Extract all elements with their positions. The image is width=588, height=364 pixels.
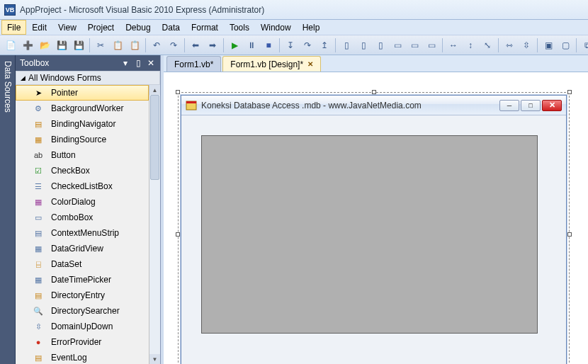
resize-handle[interactable]	[567, 90, 572, 94]
save-icon[interactable]: 💾	[54, 38, 69, 53]
toolbox-item-domainupdown[interactable]: ⇳DomainUpDown	[16, 319, 149, 334]
toolbox-item-datagridview[interactable]: ▦DataGridView	[16, 241, 149, 256]
toolbox-pin-icon[interactable]: ▯	[133, 58, 143, 68]
toolbox-item-datetimepicker[interactable]: ▦DateTimePicker	[16, 272, 149, 288]
domainupdown-icon: ⇳	[33, 321, 44, 332]
menu-help[interactable]: Help	[297, 20, 326, 35]
size-width-icon[interactable]: ↔	[446, 38, 461, 53]
document-tabs: Form1.vb*Form1.vb [Design]*✕	[164, 55, 588, 72]
align-left-icon[interactable]: ▯	[339, 38, 354, 53]
menu-file[interactable]: File	[1, 20, 26, 35]
toolbox-item-button[interactable]: abButton	[16, 147, 149, 163]
step-into-icon[interactable]: ↧	[283, 38, 298, 53]
toolbox-item-contextmenustrip[interactable]: ▤ContextMenuStrip	[16, 225, 149, 241]
toolbox-item-combobox[interactable]: ▭ComboBox	[16, 210, 149, 225]
scroll-down-icon[interactable]: ▼	[149, 354, 160, 364]
align-bot-icon[interactable]: ▭	[424, 38, 439, 53]
close-button[interactable]: ✕	[542, 100, 562, 111]
new-project-icon[interactable]: 📄	[3, 38, 18, 53]
toolbox-item-directoryentry[interactable]: ▤DirectoryEntry	[16, 288, 149, 303]
add-item-icon[interactable]: ➕	[20, 38, 35, 53]
toolbox-dropdown-icon[interactable]: ▾	[120, 58, 130, 68]
nav-fwd-icon[interactable]: ➡	[205, 38, 220, 53]
toolbox-item-pointer[interactable]: ➤Pointer	[16, 85, 149, 101]
form-window[interactable]: Koneksi Database Access .mdb - www.JavaN…	[181, 95, 567, 364]
vspace-icon[interactable]: ⇳	[519, 38, 534, 53]
toolbox-item-backgroundworker[interactable]: ⚙BackgroundWorker	[16, 101, 149, 116]
tab-close-icon[interactable]: ✕	[307, 60, 313, 68]
menu-window[interactable]: Window	[255, 20, 297, 35]
form-icon	[186, 100, 197, 111]
button-icon: ab	[33, 149, 44, 161]
toolbox-item-eventlog[interactable]: ▤EventLog	[16, 350, 149, 364]
toolbox-item-directorysearcher[interactable]: 🔍DirectorySearcher	[16, 303, 149, 319]
send-back-icon[interactable]: ▢	[558, 38, 573, 53]
toolbox-item-label: ComboBox	[51, 212, 93, 222]
toolbox-item-bindingsource[interactable]: ▦BindingSource	[16, 132, 149, 147]
menu-data[interactable]: Data	[157, 20, 186, 35]
size-height-icon[interactable]: ↕	[463, 38, 478, 53]
toolbox-item-errorprovider[interactable]: ●ErrorProvider	[16, 334, 149, 350]
resize-handle[interactable]	[372, 90, 376, 94]
collapse-icon: ◢	[21, 74, 26, 81]
colordialog-icon: ▦	[33, 196, 44, 207]
scroll-thumb[interactable]	[150, 95, 159, 180]
separator	[576, 38, 577, 52]
menu-edit[interactable]: Edit	[26, 20, 52, 35]
align-right-icon[interactable]: ▯	[373, 38, 388, 53]
toolbox-item-checkedlistbox[interactable]: ☰CheckedListBox	[16, 178, 149, 194]
datetimepicker-icon: ▦	[33, 274, 44, 285]
tab-order-icon[interactable]: ⧉	[579, 38, 588, 53]
toolbox-header: Toolbox ▾ ▯ ✕	[16, 55, 160, 71]
toolbox-scrollbar[interactable]: ▲ ▼	[149, 85, 160, 364]
menu-tools[interactable]: Tools	[224, 20, 255, 35]
start-debug-icon[interactable]: ▶	[227, 38, 242, 53]
eventlog-icon: ▤	[33, 352, 44, 363]
toolbox-item-label: Button	[51, 150, 76, 160]
doc-tab[interactable]: Form1.vb [Design]*✕	[222, 56, 321, 72]
bring-front-icon[interactable]: ▣	[541, 38, 556, 53]
scroll-up-icon[interactable]: ▲	[149, 85, 160, 95]
minimize-button[interactable]: ─	[499, 100, 519, 111]
separator	[184, 38, 185, 52]
toolbox-item-colordialog[interactable]: ▦ColorDialog	[16, 194, 149, 210]
align-top-icon[interactable]: ▭	[390, 38, 405, 53]
nav-back-icon[interactable]: ⬅	[188, 38, 203, 53]
menu-project[interactable]: Project	[82, 20, 120, 35]
align-mid-icon[interactable]: ▭	[407, 38, 422, 53]
form-designer[interactable]: Koneksi Database Access .mdb - www.JavaN…	[164, 72, 588, 364]
separator	[279, 38, 280, 52]
cut-icon[interactable]: ✂	[93, 38, 108, 53]
redo-icon[interactable]: ↷	[166, 38, 181, 53]
menu-debug[interactable]: Debug	[120, 20, 156, 35]
undo-icon[interactable]: ↶	[149, 38, 164, 53]
hspace-icon[interactable]: ⇿	[502, 38, 517, 53]
break-icon[interactable]: ⏸	[244, 38, 259, 53]
toolbox-close-icon[interactable]: ✕	[146, 58, 156, 68]
separator	[223, 38, 224, 52]
open-icon[interactable]: 📂	[37, 38, 52, 53]
maximize-button[interactable]: □	[521, 100, 541, 111]
size-both-icon[interactable]: ⤡	[480, 38, 495, 53]
toolbox-category[interactable]: ◢ All Windows Forms	[16, 71, 160, 85]
data-sources-tab[interactable]: Data Sources	[0, 55, 16, 364]
align-center-icon[interactable]: ▯	[356, 38, 371, 53]
save-all-icon[interactable]: 💾	[71, 38, 86, 53]
resize-handle[interactable]	[176, 232, 180, 237]
step-over-icon[interactable]: ↷	[300, 38, 315, 53]
stop-icon[interactable]: ■	[261, 38, 276, 53]
datagrid-control[interactable]	[201, 135, 538, 334]
toolbox-item-bindingnavigator[interactable]: ▤BindingNavigator	[16, 116, 149, 132]
doc-tab[interactable]: Form1.vb*	[166, 56, 221, 72]
toolbox-item-dataset[interactable]: ⌸DataSet	[16, 256, 149, 272]
toolbox-item-checkbox[interactable]: ☑CheckBox	[16, 163, 149, 178]
paste-icon[interactable]: 📋	[127, 38, 142, 53]
copy-icon[interactable]: 📋	[110, 38, 125, 53]
menu-view[interactable]: View	[52, 20, 82, 35]
directorysearcher-icon: 🔍	[33, 305, 44, 317]
resize-handle[interactable]	[567, 232, 572, 237]
form-client-area[interactable]	[181, 115, 566, 364]
menu-format[interactable]: Format	[186, 20, 224, 35]
step-out-icon[interactable]: ↥	[317, 38, 332, 53]
resize-handle[interactable]	[176, 90, 180, 94]
